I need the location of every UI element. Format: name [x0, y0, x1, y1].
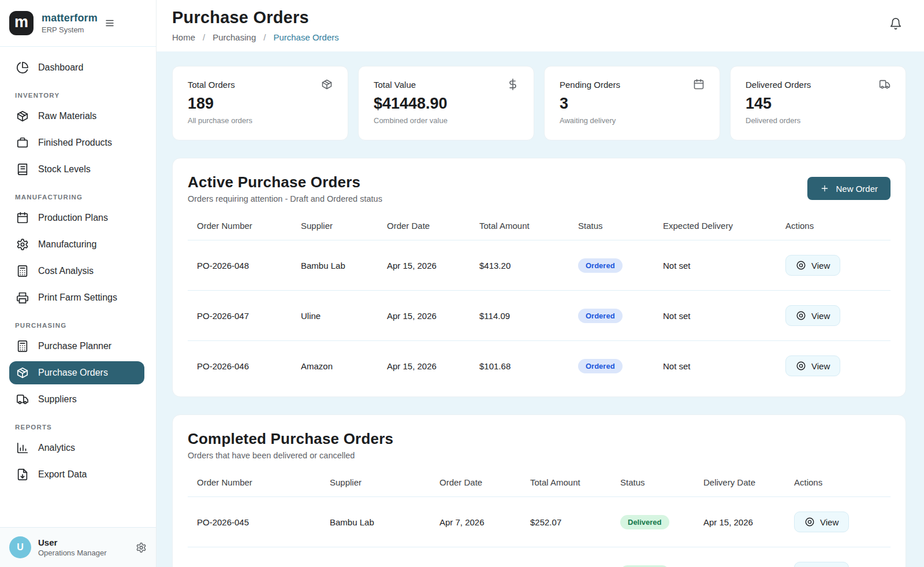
calculator-icon: [16, 340, 29, 353]
package-icon: [321, 79, 333, 90]
cell-order-number: PO-2026-048: [188, 240, 292, 291]
view-button-label: View: [811, 311, 830, 321]
sidebar-item-label: Stock Levels: [38, 164, 91, 175]
breadcrumb-purchasing[interactable]: Purchasing: [213, 32, 256, 42]
column-header-status: Status: [611, 470, 694, 497]
sidebar-item-label: Purchase Orders: [38, 368, 108, 378]
view-button[interactable]: View: [794, 562, 849, 567]
sidebar-item-production-plans[interactable]: Production Plans: [9, 206, 144, 229]
gear-icon: [16, 238, 29, 251]
cell-actions: View: [776, 240, 891, 291]
active-orders-subtitle: Orders requiring attention - Draft and O…: [188, 194, 382, 203]
cell-order-date: Apr 15, 2026: [378, 291, 470, 341]
eye-icon: [804, 517, 815, 527]
sidebar-item-purchase-planner[interactable]: Purchase Planner: [9, 335, 144, 358]
column-header-order-date: Order Date: [378, 214, 470, 240]
sidebar-item-stock-levels[interactable]: Stock Levels: [9, 158, 144, 181]
sidebar-item-suppliers[interactable]: Suppliers: [9, 388, 144, 411]
view-button[interactable]: View: [785, 255, 840, 276]
table-row: PO-2026-047UlineApr 15, 2026$114.09Order…: [188, 291, 891, 341]
view-button[interactable]: View: [794, 512, 849, 532]
sidebar-item-label: Print Farm Settings: [38, 292, 117, 303]
settings-gear-icon[interactable]: [136, 542, 147, 553]
cell-actions: View: [776, 341, 891, 391]
cell-order-date: Apr 15, 2026: [378, 240, 470, 291]
stats-row: Total Orders189All purchase ordersTotal …: [172, 66, 906, 140]
view-button[interactable]: View: [785, 305, 840, 326]
view-button-label: View: [811, 261, 830, 270]
sidebar-item-label: Suppliers: [38, 394, 77, 405]
cell-order-date: Apr 15, 2026: [378, 341, 470, 391]
breadcrumb: Home / Purchasing / Purchase Orders: [172, 32, 903, 42]
cell-supplier: Uline: [292, 291, 378, 341]
cell-supplier: Bambu Lab: [321, 497, 430, 547]
cell-actions: View: [785, 497, 891, 547]
sidebar-item-analytics[interactable]: Analytics: [9, 436, 144, 459]
completed-orders-panel: Completed Purchase Orders Orders that ha…: [172, 414, 906, 567]
sidebar-item-print-farm-settings[interactable]: Print Farm Settings: [9, 286, 144, 309]
bar-chart-icon: [16, 442, 29, 454]
completed-orders-header-row: Order NumberSupplierOrder DateTotal Amou…: [188, 470, 891, 497]
main-area: Purchase Orders Home / Purchasing / Purc…: [157, 0, 924, 567]
column-header-total-amount: Total Amount: [470, 214, 569, 240]
cell-order-number: PO-2026-047: [188, 291, 292, 341]
cell-status: Ordered: [569, 341, 654, 391]
truck-icon: [16, 393, 29, 406]
view-button[interactable]: View: [785, 355, 840, 376]
sidebar-item-raw-materials[interactable]: Raw Materials: [9, 105, 144, 128]
sidebar-item-finished-products[interactable]: Finished Products: [9, 131, 144, 154]
eye-icon: [796, 260, 806, 270]
cell-total-amount: $101.68: [470, 341, 569, 391]
cell-delivery: Apr 15, 2026: [694, 547, 785, 567]
cell-status: Delivered: [611, 497, 694, 547]
hamburger-menu-icon[interactable]: [105, 18, 115, 28]
pie-chart-icon: [16, 61, 29, 74]
completed-orders-subtitle: Orders that have been delivered or cance…: [188, 451, 393, 460]
sidebar: m matterform ERP System DashboardINVENTO…: [0, 0, 157, 567]
stat-label: Total Orders: [188, 80, 235, 90]
cell-delivery: Not set: [654, 291, 776, 341]
user-name: User: [38, 538, 136, 547]
sidebar-item-cost-analysis[interactable]: Cost Analysis: [9, 260, 144, 283]
user-role: Operations Manager: [38, 549, 136, 557]
file-download-icon: [16, 468, 29, 481]
column-header-order-number: Order Number: [188, 470, 321, 497]
sidebar-item-label: Dashboard: [38, 62, 83, 73]
sidebar-item-label: Finished Products: [38, 138, 112, 148]
brand-name: matterform: [42, 12, 98, 24]
completed-orders-table: Order NumberSupplierOrder DateTotal Amou…: [188, 470, 891, 567]
new-order-button-label: New Order: [836, 184, 878, 194]
sidebar-item-export-data[interactable]: Export Data: [9, 463, 144, 486]
stat-caption: Awaiting delivery: [560, 116, 705, 125]
active-orders-panel-head: Active Purchase Orders Orders requiring …: [188, 173, 891, 203]
notification-bell-icon[interactable]: [889, 17, 902, 32]
printer-icon: [16, 291, 29, 304]
sidebar-header: m matterform ERP System: [0, 0, 156, 47]
cell-supplier: Amazon: [321, 547, 430, 567]
breadcrumb-home[interactable]: Home: [172, 32, 195, 42]
column-header-supplier: Supplier: [321, 470, 430, 497]
cell-delivery: Not set: [654, 341, 776, 391]
column-header-actions: Actions: [776, 214, 891, 240]
book-icon: [16, 163, 29, 176]
sidebar-item-dashboard[interactable]: Dashboard: [9, 56, 144, 79]
status-badge: Ordered: [578, 309, 623, 323]
stat-card-delivered-orders: Delivered Orders145Delivered orders: [730, 66, 906, 140]
stat-label: Delivered Orders: [746, 80, 811, 90]
sidebar-item-manufacturing[interactable]: Manufacturing: [9, 233, 144, 256]
cell-total-amount: $413.20: [470, 240, 569, 291]
column-header-expected-delivery: Expected Delivery: [654, 214, 776, 240]
breadcrumb-current: Purchase Orders: [273, 32, 338, 42]
stat-card-pending-orders: Pending Orders3Awaiting delivery: [544, 66, 720, 140]
new-order-button[interactable]: New Order: [807, 177, 891, 200]
sidebar-item-purchase-orders[interactable]: Purchase Orders: [9, 361, 144, 384]
table-row: PO-2026-045Bambu LabApr 7, 2026$252.07De…: [188, 497, 891, 547]
column-header-supplier: Supplier: [292, 214, 378, 240]
stat-caption: Combined order value: [374, 116, 519, 125]
cell-order-number: PO-2026-044: [188, 547, 321, 567]
page-header: Purchase Orders Home / Purchasing / Purc…: [157, 0, 924, 51]
nav-section-label-reports: REPORTS: [15, 424, 144, 431]
cell-order-date: Apr 7, 2026: [430, 497, 521, 547]
stat-card-total-value: Total Value$41448.90Combined order value: [358, 66, 534, 140]
sidebar-item-label: Raw Materials: [38, 111, 96, 121]
